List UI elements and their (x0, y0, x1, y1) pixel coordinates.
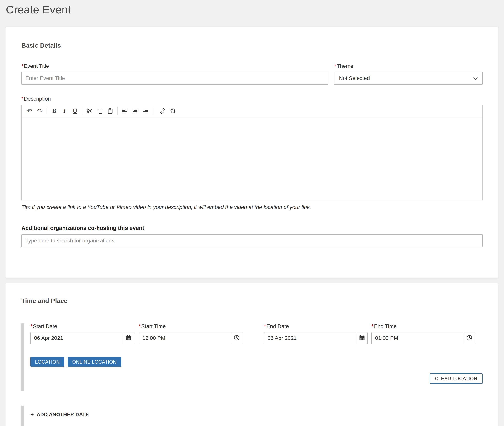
start-date-input[interactable] (30, 332, 123, 344)
required-asterisk: * (30, 323, 33, 329)
copy-icon[interactable] (96, 106, 104, 115)
start-time-field-group: *Start Time (139, 323, 242, 344)
add-another-date-button[interactable]: + ADD ANOTHER DATE (30, 410, 89, 419)
underline-icon[interactable]: U (71, 106, 79, 115)
undo-icon[interactable]: ↶ (25, 106, 34, 115)
required-asterisk: * (139, 323, 141, 329)
required-asterisk: * (21, 96, 23, 102)
cohost-search-input[interactable] (21, 234, 483, 247)
bold-icon[interactable]: B (50, 106, 58, 115)
theme-field-group: *Theme Not Selected (334, 63, 483, 85)
description-editor-toolbar: ↶ ↷ B I U (22, 105, 482, 117)
end-time-input[interactable] (371, 332, 464, 344)
page-title: Create Event (6, 3, 504, 16)
cohost-label: Additional organizations co-hosting this… (21, 225, 483, 231)
basic-details-card: Basic Details *Event Title *Theme Not Se… (6, 27, 498, 278)
align-right-icon[interactable] (141, 106, 150, 115)
end-date-field-group: *End Date (264, 323, 368, 344)
toolbar-divider (152, 107, 153, 115)
cut-icon[interactable] (85, 106, 94, 115)
end-date-label: *End Date (264, 323, 368, 329)
clock-icon (467, 335, 472, 341)
start-date-calendar-button[interactable] (122, 332, 134, 344)
location-buttons-row: LOCATION ONLINE LOCATION (30, 357, 483, 367)
plus-icon: + (30, 412, 34, 418)
align-left-icon[interactable] (120, 106, 129, 115)
required-asterisk: * (264, 323, 266, 329)
description-editor-content[interactable] (22, 117, 482, 200)
clear-location-row: CLEAR LOCATION (30, 373, 483, 384)
date-entry-group: *Start Date *Start Time *End Date (21, 323, 483, 391)
toolbar-divider (47, 107, 47, 115)
datetime-row: *Start Date *Start Time *End Date (30, 323, 483, 344)
theme-label: *Theme (334, 63, 483, 69)
end-date-calendar-button[interactable] (356, 332, 368, 344)
start-date-input-group (30, 332, 134, 344)
align-center-icon[interactable] (131, 106, 139, 115)
date-group-content: *Start Date *Start Time *End Date (30, 323, 483, 391)
add-another-date-block: + ADD ANOTHER DATE (21, 406, 483, 426)
basic-details-heading: Basic Details (21, 42, 483, 49)
end-date-input-group (264, 332, 368, 344)
clear-location-button[interactable]: CLEAR LOCATION (430, 373, 483, 384)
required-asterisk: * (371, 323, 374, 329)
event-title-field-group: *Event Title (21, 63, 328, 85)
description-tip: Tip: If you create a link to a YouTube o… (21, 204, 483, 210)
start-time-input-group (139, 332, 242, 344)
date-group-accent-bar (21, 323, 24, 391)
required-asterisk: * (21, 63, 23, 69)
required-asterisk: * (334, 63, 336, 69)
cohost-field-group: Additional organizations co-hosting this… (21, 225, 483, 247)
description-editor: ↶ ↷ B I U (21, 105, 483, 200)
add-date-accent-bar (21, 406, 24, 426)
redo-icon[interactable]: ↷ (36, 106, 44, 115)
calendar-icon (359, 335, 365, 341)
theme-selected-value: Not Selected (339, 75, 370, 81)
add-another-date-label: ADD ANOTHER DATE (36, 412, 89, 418)
link-icon[interactable] (158, 106, 167, 115)
time-and-place-heading: Time and Place (21, 297, 483, 305)
start-time-label: *Start Time (139, 323, 242, 329)
start-date-label: *Start Date (30, 323, 134, 329)
end-time-clock-button[interactable] (464, 332, 475, 344)
italic-icon[interactable]: I (60, 106, 69, 115)
calendar-icon (125, 335, 131, 341)
clock-icon (234, 335, 240, 341)
description-label: *Description (21, 96, 483, 102)
start-time-clock-button[interactable] (231, 332, 242, 344)
event-title-label: *Event Title (21, 63, 328, 69)
end-date-input[interactable] (264, 332, 356, 344)
location-button[interactable]: LOCATION (30, 357, 64, 367)
title-theme-row: *Event Title *Theme Not Selected (21, 63, 483, 85)
chevron-down-icon (473, 75, 478, 81)
time-and-place-card: Time and Place *Start Date *Start Time (6, 283, 498, 426)
event-title-input[interactable] (21, 72, 328, 85)
description-field-group: *Description ↶ ↷ B I U (21, 96, 483, 210)
end-time-field-group: *End Time (371, 323, 475, 344)
end-time-label: *End Time (371, 323, 475, 329)
end-time-input-group (371, 332, 475, 344)
toolbar-divider (82, 107, 82, 115)
unlink-icon[interactable] (169, 106, 177, 115)
online-location-button[interactable]: ONLINE LOCATION (67, 357, 121, 367)
theme-select[interactable]: Not Selected (334, 72, 483, 85)
paste-icon[interactable] (106, 106, 115, 115)
start-time-input[interactable] (139, 332, 231, 344)
start-date-field-group: *Start Date (30, 323, 134, 344)
